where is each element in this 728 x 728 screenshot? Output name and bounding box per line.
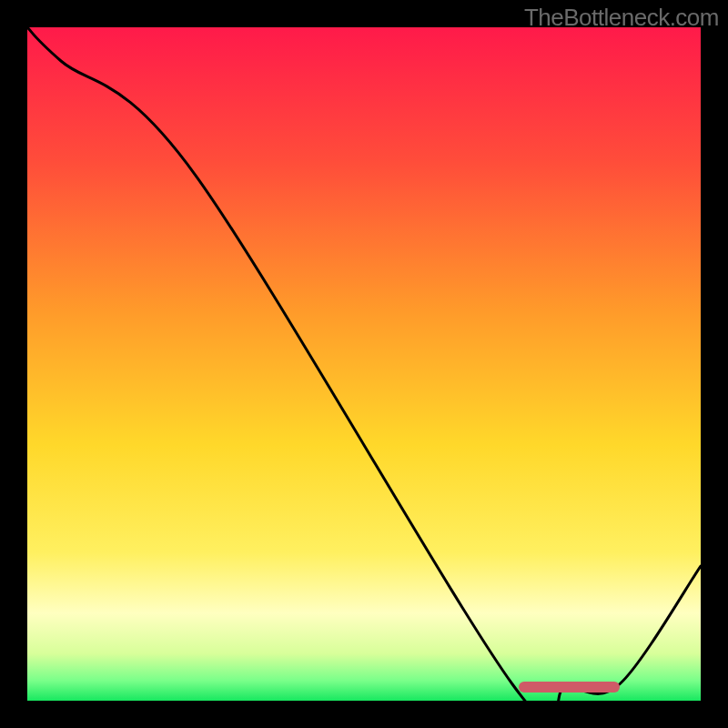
plot-area	[27, 27, 701, 701]
watermark-text: TheBottleneck.com	[524, 4, 719, 32]
optimal-range-marker	[519, 682, 620, 693]
bottleneck-curve	[27, 27, 701, 701]
chart-container: TheBottleneck.com	[0, 0, 728, 728]
